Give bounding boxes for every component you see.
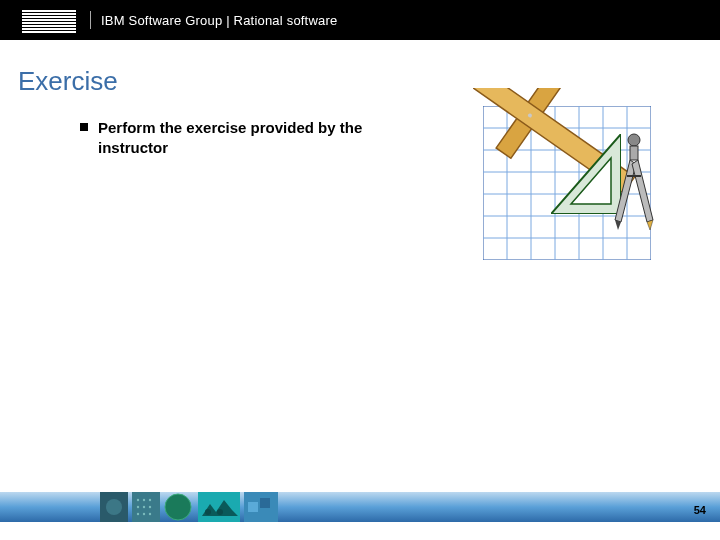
footer-band xyxy=(0,492,720,522)
svg-rect-39 xyxy=(198,492,240,522)
compass-icon xyxy=(605,130,663,234)
svg-marker-21 xyxy=(632,160,653,222)
bullet-marker-icon xyxy=(80,123,88,131)
svg-rect-27 xyxy=(132,492,160,522)
svg-rect-44 xyxy=(260,498,270,508)
svg-point-30 xyxy=(149,499,151,501)
svg-point-29 xyxy=(143,499,145,501)
svg-point-34 xyxy=(137,513,139,515)
slide-title: Exercise xyxy=(18,66,118,97)
svg-rect-43 xyxy=(248,502,258,512)
svg-point-32 xyxy=(143,506,145,508)
svg-point-40 xyxy=(205,509,211,515)
svg-point-18 xyxy=(628,134,640,146)
header-bar: IBM Software Group | Rational software xyxy=(0,0,720,40)
svg-point-26 xyxy=(106,499,122,515)
svg-marker-23 xyxy=(647,220,653,230)
ibm-logo-icon xyxy=(22,8,76,33)
bullet-item: Perform the exercise provided by the ins… xyxy=(80,118,410,159)
svg-marker-20 xyxy=(615,160,636,222)
drafting-tools-illustration xyxy=(455,78,665,263)
svg-point-35 xyxy=(143,513,145,515)
svg-point-41 xyxy=(217,509,223,515)
svg-rect-19 xyxy=(630,146,638,160)
svg-point-28 xyxy=(137,499,139,501)
page-number: 54 xyxy=(694,504,706,516)
content-area: Perform the exercise provided by the ins… xyxy=(80,118,410,159)
header-title: IBM Software Group | Rational software xyxy=(101,13,337,28)
svg-point-33 xyxy=(149,506,151,508)
slide: IBM Software Group | Rational software E… xyxy=(0,0,720,540)
svg-point-31 xyxy=(137,506,139,508)
footer-decorative-images xyxy=(100,492,340,522)
svg-point-36 xyxy=(149,513,151,515)
header-divider xyxy=(90,11,91,29)
bullet-text: Perform the exercise provided by the ins… xyxy=(98,118,410,159)
